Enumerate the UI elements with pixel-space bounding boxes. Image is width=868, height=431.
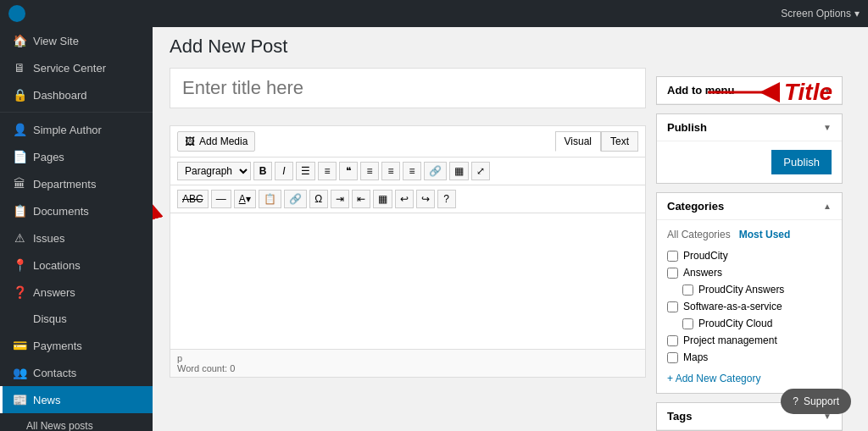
- redo-button[interactable]: ↪: [416, 190, 435, 208]
- categories-header[interactable]: Categories ▲: [657, 193, 842, 220]
- special-chars-button[interactable]: Ω: [309, 190, 328, 208]
- add-media-label: Add Media: [199, 135, 248, 147]
- paste-button[interactable]: 📋: [259, 190, 281, 208]
- sidebar-label-payments: Payments: [33, 340, 142, 352]
- sidebar-item-disqus[interactable]: Disqus: [0, 306, 153, 332]
- publish-arrow: ▼: [823, 123, 832, 132]
- categories-tabs: All Categories Most Used: [667, 229, 832, 240]
- cat-checkbox-proudcity[interactable]: [667, 251, 678, 262]
- tags-title: Tags: [667, 410, 692, 423]
- sidebar-item-payments[interactable]: 💳 Payments: [0, 332, 153, 359]
- table-button[interactable]: ▦: [449, 162, 469, 180]
- undo-button[interactable]: ↩: [395, 190, 414, 208]
- paragraph-select[interactable]: Paragraph: [177, 162, 251, 180]
- home-icon: 🏠: [13, 34, 26, 47]
- support-button[interactable]: ? Support: [781, 389, 851, 414]
- add-category-link[interactable]: + Add New Category: [667, 373, 760, 384]
- card-icon: 💳: [13, 339, 26, 352]
- publish-header[interactable]: Publish ▼: [657, 114, 842, 141]
- unordered-list-button[interactable]: ☰: [296, 162, 315, 180]
- publish-title: Publish: [667, 121, 707, 134]
- fullscreen-button[interactable]: ⤢: [471, 162, 490, 180]
- cat-checkbox-project-mgmt[interactable]: [667, 335, 678, 346]
- add-media-button[interactable]: 🖼 Add Media: [177, 131, 255, 152]
- sidebar-item-pages[interactable]: 📄 Pages: [0, 143, 153, 170]
- editor-format-bar-2: ABC — A▾ 📋 🔗 Ω ⇥ ⇤ ▦ ↩ ↪ ?: [170, 185, 645, 213]
- ordered-list-button[interactable]: ≡: [318, 162, 337, 180]
- indent-button[interactable]: ⇥: [331, 190, 349, 208]
- add-to-menu-box: Add to menu ▼: [656, 76, 843, 105]
- sidebar-item-documents[interactable]: 📋 Documents: [0, 197, 153, 224]
- sidebar-label-contacts: Contacts: [33, 367, 142, 379]
- sidebar-item-author[interactable]: 👤 Simple Author: [0, 116, 153, 143]
- cat-label-project-mgmt: Project management: [683, 334, 777, 346]
- add-to-menu-header[interactable]: Add to menu ▼: [657, 77, 842, 104]
- sidebar-label-view-site: View Site: [33, 35, 142, 47]
- user-icon: 👤: [13, 123, 26, 136]
- table2-button[interactable]: ▦: [373, 190, 392, 208]
- support-label: Support: [804, 395, 839, 407]
- sidebar-item-service-center[interactable]: 🖥 Service Center: [0, 54, 153, 81]
- editor-body[interactable]: [170, 213, 645, 349]
- sidebar-item-all-news-posts[interactable]: All News posts: [0, 413, 153, 431]
- sidebar-label-service-center: Service Center: [33, 62, 142, 75]
- sidebar-item-contacts[interactable]: 👥 Contacts: [0, 359, 153, 386]
- main-content: Add New Post: [153, 27, 868, 431]
- category-list: ProudCity Answers ProudCity Answers: [667, 247, 832, 366]
- outdent-button[interactable]: ⇤: [352, 190, 370, 208]
- sidebar-item-dashboard[interactable]: 🔒 Dashboard: [0, 81, 153, 108]
- most-used-tab[interactable]: Most Used: [739, 229, 791, 240]
- help-button[interactable]: ?: [437, 190, 456, 208]
- support-icon: ?: [793, 395, 798, 407]
- cat-label-proudcity-answers: ProudCity Answers: [698, 284, 784, 296]
- title-input[interactable]: [170, 68, 646, 108]
- alert-icon: ⚠: [13, 231, 26, 245]
- bold-button[interactable]: B: [253, 162, 272, 180]
- sidebar-label-disqus: Disqus: [33, 312, 142, 325]
- italic-button[interactable]: I: [275, 162, 293, 180]
- sidebar-item-view-site[interactable]: 🏠 View Site: [0, 27, 153, 54]
- right-sidebar: Add to menu ▼ Publish ▼ Publish: [656, 68, 851, 431]
- link-button[interactable]: 🔗: [424, 162, 447, 180]
- align-center-button[interactable]: ≡: [381, 162, 400, 180]
- align-left-button[interactable]: ≡: [360, 162, 379, 180]
- editor-format-bar-1: Paragraph B I ☰ ≡ ❝ ≡ ≡ ≡ 🔗 ▦: [170, 157, 645, 185]
- screen-options-button[interactable]: Screen Options ▾: [781, 8, 860, 19]
- cat-label-proudcity: ProudCity: [683, 250, 728, 262]
- top-bar: Screen Options ▾: [0, 0, 868, 27]
- cat-item-proudcity: ProudCity: [667, 247, 832, 264]
- sidebar-item-news[interactable]: 📰 News: [0, 386, 153, 413]
- cat-checkbox-maps[interactable]: [667, 352, 678, 363]
- sidebar-label-departments: Departments: [33, 178, 142, 191]
- editor-view-tabs: Visual Text: [555, 131, 638, 152]
- sidebar-item-departments[interactable]: 🏛 Departments: [0, 170, 153, 197]
- cat-checkbox-proudcity-cloud[interactable]: [682, 318, 693, 329]
- clear-format-button[interactable]: 🔗: [284, 190, 307, 208]
- all-categories-tab[interactable]: All Categories: [667, 229, 731, 240]
- add-to-menu-arrow: ▼: [823, 86, 832, 95]
- sidebar-item-answers[interactable]: ❓ Answers: [0, 279, 153, 306]
- cat-checkbox-saas[interactable]: [667, 301, 678, 312]
- blockquote-button[interactable]: ❝: [339, 162, 358, 180]
- monitor-icon: 🖥: [13, 61, 26, 75]
- text-color-button[interactable]: A▾: [234, 190, 256, 208]
- screen-options-label: Screen Options: [781, 8, 851, 19]
- editor-wrap: Body: [170, 125, 646, 378]
- paragraph-indicator: p: [177, 353, 182, 363]
- screen-options-chevron: ▾: [854, 8, 860, 19]
- sidebar-item-issues[interactable]: ⚠ Issues: [0, 224, 153, 251]
- strikethrough-button[interactable]: ABC: [177, 190, 209, 208]
- editor-footer: p Word count: 0: [170, 349, 645, 377]
- hr-button[interactable]: —: [211, 190, 231, 208]
- cat-checkbox-proudcity-answers[interactable]: [682, 285, 693, 296]
- building-icon: 🏛: [13, 177, 26, 191]
- align-right-button[interactable]: ≡: [403, 162, 421, 180]
- text-tab[interactable]: Text: [601, 131, 638, 152]
- cat-checkbox-answers[interactable]: [667, 268, 678, 279]
- sidebar-item-locations[interactable]: 📍 Locations: [0, 251, 153, 279]
- publish-button[interactable]: Publish: [771, 150, 832, 174]
- visual-tab[interactable]: Visual: [555, 131, 601, 152]
- sidebar-label-all-news-posts: All News posts: [26, 420, 142, 431]
- add-media-icon: 🖼: [185, 135, 195, 147]
- pin-icon: 📍: [13, 258, 26, 272]
